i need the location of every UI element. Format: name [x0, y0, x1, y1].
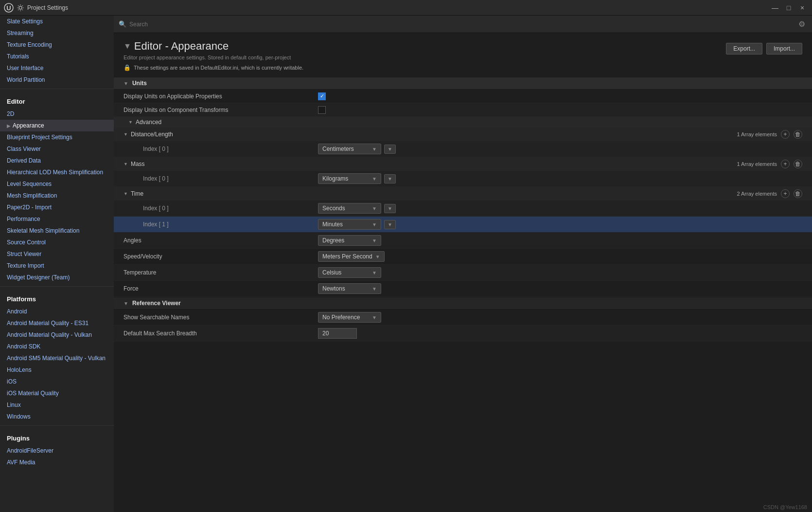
distance-arrow-icon: ▼ [124, 132, 128, 137]
sidebar-item-texture-encoding[interactable]: Texture Encoding [0, 39, 114, 51]
advanced-section: ▼ Advanced ▼ Distance/Length 1 Array ele… [114, 117, 812, 297]
mass-dropdown-small[interactable]: ▼ [384, 174, 396, 183]
temperature-row: Temperature Celsius ▼ [114, 265, 812, 281]
force-row: Force Newtons ▼ [114, 281, 812, 297]
max-search-breadth-input[interactable] [318, 328, 357, 339]
distance-dropdown[interactable]: Centimeters ▼ [318, 144, 381, 154]
time-minutes-dropdown[interactable]: Minutes ▼ [318, 219, 381, 230]
force-dropdown[interactable]: Newtons ▼ [318, 283, 381, 294]
sidebar-item-skeletal-mesh[interactable]: Skeletal Mesh Simplification [0, 225, 114, 237]
sidebar-item-performance[interactable]: Performance [0, 213, 114, 225]
sidebar-item-derived-data[interactable]: Derived Data [0, 155, 114, 166]
distance-add-button[interactable]: + [781, 130, 790, 139]
sidebar-item-hierarchical-lod[interactable]: Hierarchical LOD Mesh Simplification [0, 166, 114, 178]
svg-text:U: U [6, 4, 11, 12]
sidebar-item-texture-import[interactable]: Texture Import [0, 260, 114, 272]
sidebar-item-streaming[interactable]: Streaming [0, 27, 114, 39]
distance-dropdown-arrow: ▼ [372, 146, 377, 152]
sidebar-item-android[interactable]: Android [0, 306, 114, 317]
advanced-title: Advanced [136, 119, 161, 126]
time-index0-value: Seconds ▼ ▼ [318, 203, 396, 214]
time-minutes-dropdown-small[interactable]: ▼ [384, 220, 396, 229]
sidebar-item-tutorials[interactable]: Tutorials [0, 51, 114, 62]
sidebar-item-source-control[interactable]: Source Control [0, 237, 114, 248]
import-button[interactable]: Import... [766, 43, 802, 55]
sidebar-item-mesh-simplification[interactable]: Mesh Simplification [0, 190, 114, 201]
sidebar-item-ios-material[interactable]: iOS Material Quality [0, 387, 114, 399]
time-header[interactable]: ▼ Time 2 Array elements + 🗑 [114, 187, 812, 201]
mass-header[interactable]: ▼ Mass 1 Array elements + 🗑 [114, 157, 812, 171]
distance-remove-button[interactable]: 🗑 [794, 130, 802, 139]
sidebar-item-user-interface[interactable]: User Interface [0, 62, 114, 74]
mass-remove-button[interactable]: 🗑 [794, 160, 802, 168]
reference-viewer-section: ▼ Reference Viewer Show Searchable Names… [114, 297, 812, 342]
time-index0-label: Index [ 0 ] [124, 205, 318, 212]
search-icon: 🔍 [119, 20, 126, 28]
show-searchable-names-row: Show Searchable Names No Preference ▼ [114, 310, 812, 326]
search-input[interactable] [129, 21, 796, 28]
sidebar-item-android-sdk[interactable]: Android SDK [0, 341, 114, 352]
title-arrow-icon: ▼ [124, 42, 131, 51]
distance-dropdown-small[interactable]: ▼ [384, 145, 396, 154]
display-units-applicable-label: Display Units on Applicable Properties [124, 93, 318, 100]
time-index0-row: Index [ 0 ] Seconds ▼ ▼ [114, 201, 812, 217]
sidebar-item-avf-media[interactable]: AVF Media [0, 457, 114, 468]
time-add-button[interactable]: + [781, 189, 790, 198]
display-units-applicable-row: Display Units on Applicable Properties [114, 90, 812, 103]
mass-add-button[interactable]: + [781, 160, 790, 168]
sidebar-item-ios[interactable]: iOS [0, 376, 114, 387]
unreal-logo: U [4, 3, 14, 13]
mass-index0-label: Index [ 0 ] [124, 175, 318, 182]
temperature-dropdown[interactable]: Celsius ▼ [318, 267, 381, 278]
sidebar-item-linux[interactable]: Linux [0, 399, 114, 411]
sidebar-item-android-file-server[interactable]: AndroidFileServer [0, 445, 114, 457]
sidebar-item-blueprint-project-settings[interactable]: Blueprint Project Settings [0, 131, 114, 143]
sidebar-item-android-es31[interactable]: Android Material Quality - ES31 [0, 317, 114, 329]
sidebar-item-android-sm5[interactable]: Android SM5 Material Quality - Vulkan [0, 352, 114, 364]
mass-dropdown-arrow: ▼ [372, 176, 377, 182]
sidebar-item-level-sequences[interactable]: Level Sequences [0, 178, 114, 190]
distance-index0-label: Index [ 0 ] [124, 146, 318, 152]
sidebar-item-windows[interactable]: Windows [0, 411, 114, 422]
reference-viewer-header[interactable]: ▼ Reference Viewer [114, 297, 812, 310]
display-units-applicable-checkbox[interactable] [318, 92, 326, 100]
temperature-label: Temperature [124, 269, 318, 276]
speed-dropdown[interactable]: Meters Per Second ▼ [318, 251, 385, 262]
mass-dropdown[interactable]: Kilograms ▼ [318, 173, 381, 184]
distance-header[interactable]: ▼ Distance/Length 1 Array elements + 🗑 [114, 128, 812, 141]
export-button[interactable]: Export... [726, 43, 762, 55]
svg-point-2 [19, 6, 22, 9]
sidebar-item-2d[interactable]: 2D [0, 108, 114, 120]
sidebar-item-widget-designer[interactable]: Widget Designer (Team) [0, 272, 114, 283]
units-section-header[interactable]: ▼ Units [114, 77, 812, 90]
distance-index0-row: Index [ 0 ] Centimeters ▼ ▼ [114, 141, 812, 157]
advanced-header[interactable]: ▼ Advanced [114, 117, 812, 128]
sidebar-item-class-viewer[interactable]: Class Viewer [0, 143, 114, 155]
time-index1-value: Minutes ▼ ▼ [318, 219, 396, 230]
sidebar-item-slate-settings[interactable]: Slate Settings [0, 16, 114, 27]
sidebar-item-world-partition[interactable]: World Partition [0, 74, 114, 86]
mass-title: Mass [131, 161, 145, 167]
distance-index0-value: Centimeters ▼ ▼ [318, 144, 396, 154]
maximize-button[interactable]: □ [783, 3, 794, 13]
display-units-transforms-row: Display Units on Component Transforms [114, 103, 812, 117]
time-seconds-dropdown[interactable]: Seconds ▼ [318, 203, 381, 214]
sidebar-item-struct-viewer[interactable]: Struct Viewer [0, 248, 114, 260]
content-scroll: ▼ Editor - Appearance Editor project app… [114, 33, 812, 512]
sidebar-item-appearance[interactable]: ▶Appearance [0, 120, 114, 131]
minimize-button[interactable]: — [769, 3, 781, 13]
mass-arrow-icon: ▼ [124, 162, 128, 166]
display-units-transforms-checkbox[interactable] [318, 106, 326, 114]
time-remove-button[interactable]: 🗑 [794, 189, 802, 198]
sidebar-item-hololens[interactable]: HoloLens [0, 364, 114, 376]
sidebar-item-paper2d-import[interactable]: Paper2D - Import [0, 201, 114, 213]
time-seconds-dropdown-small[interactable]: ▼ [384, 204, 396, 213]
main-layout: Slate Settings Streaming Texture Encodin… [0, 16, 812, 512]
search-settings-button[interactable]: ⚙ [796, 18, 807, 30]
distance-array-count: 1 Array elements [737, 131, 777, 137]
time-seconds-arrow: ▼ [372, 206, 377, 211]
close-button[interactable]: × [796, 3, 808, 13]
show-searchable-names-dropdown[interactable]: No Preference ▼ [318, 312, 381, 323]
angles-dropdown[interactable]: Degrees ▼ [318, 235, 381, 246]
sidebar-item-android-vulkan[interactable]: Android Material Quality - Vulkan [0, 329, 114, 341]
